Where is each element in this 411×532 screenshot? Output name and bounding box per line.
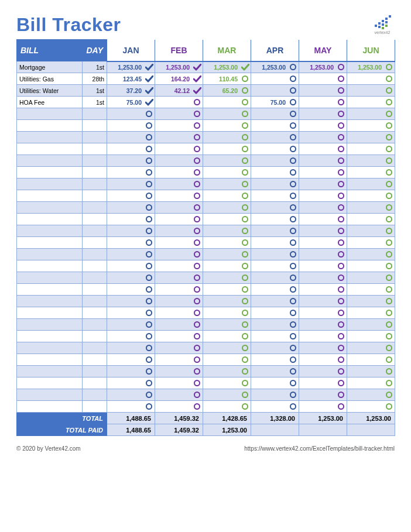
bill-amount[interactable] (299, 214, 347, 225)
paid-check-icon[interactable] (145, 99, 152, 106)
unpaid-circle-icon[interactable] (385, 380, 392, 387)
unpaid-circle-icon[interactable] (241, 333, 248, 340)
bill-amount[interactable] (299, 342, 347, 354)
bill-amount[interactable] (107, 319, 155, 331)
bill-name[interactable] (17, 354, 83, 366)
bill-amount[interactable] (251, 190, 299, 202)
unpaid-circle-icon[interactable] (385, 111, 392, 118)
bill-name[interactable] (17, 366, 83, 377)
unpaid-circle-icon[interactable] (289, 239, 296, 246)
bill-name[interactable] (17, 307, 83, 319)
bill-amount[interactable] (203, 132, 251, 143)
bill-amount[interactable] (107, 190, 155, 202)
bill-day[interactable]: 28th (83, 73, 107, 85)
bill-amount[interactable] (347, 225, 395, 237)
bill-amount[interactable] (203, 179, 251, 190)
paid-check-icon[interactable] (145, 87, 152, 94)
unpaid-circle-icon[interactable] (145, 274, 152, 282)
bill-amount[interactable] (251, 307, 299, 319)
bill-amount[interactable] (347, 120, 395, 132)
bill-name[interactable] (17, 272, 83, 284)
unpaid-circle-icon[interactable] (289, 333, 296, 340)
unpaid-circle-icon[interactable] (289, 251, 296, 258)
bill-amount[interactable] (347, 237, 395, 249)
unpaid-circle-icon[interactable] (145, 134, 152, 141)
bill-amount[interactable] (299, 237, 347, 249)
paid-check-icon[interactable] (241, 64, 248, 71)
bill-amount[interactable] (203, 284, 251, 296)
bill-amount[interactable] (107, 167, 155, 179)
bill-amount[interactable] (203, 342, 251, 354)
bill-name[interactable]: Mortgage (17, 61, 83, 73)
unpaid-circle-icon[interactable] (193, 356, 200, 363)
unpaid-circle-icon[interactable] (193, 368, 200, 375)
unpaid-circle-icon[interactable] (241, 87, 248, 94)
unpaid-circle-icon[interactable] (289, 157, 296, 164)
bill-amount[interactable] (107, 331, 155, 342)
unpaid-circle-icon[interactable] (289, 64, 296, 71)
bill-day[interactable] (83, 249, 107, 260)
unpaid-circle-icon[interactable] (193, 122, 200, 129)
bill-amount[interactable] (203, 214, 251, 225)
unpaid-circle-icon[interactable] (241, 181, 248, 188)
bill-amount[interactable] (107, 179, 155, 190)
bill-amount[interactable] (107, 132, 155, 143)
bill-amount[interactable] (155, 366, 203, 377)
unpaid-circle-icon[interactable] (241, 193, 248, 200)
bill-name[interactable] (17, 167, 83, 179)
unpaid-circle-icon[interactable] (385, 239, 392, 246)
bill-name[interactable] (17, 214, 83, 225)
bill-amount[interactable] (299, 108, 347, 120)
bill-amount[interactable] (251, 143, 299, 155)
bill-amount[interactable] (299, 389, 347, 401)
bill-amount[interactable] (299, 284, 347, 296)
bill-amount[interactable] (155, 97, 203, 108)
bill-amount[interactable] (155, 214, 203, 225)
bill-amount[interactable] (251, 132, 299, 143)
bill-name[interactable] (17, 331, 83, 342)
unpaid-circle-icon[interactable] (337, 345, 344, 352)
unpaid-circle-icon[interactable] (145, 122, 152, 129)
bill-amount[interactable] (347, 319, 395, 331)
unpaid-circle-icon[interactable] (337, 286, 344, 293)
bill-amount[interactable] (203, 97, 251, 108)
bill-amount[interactable] (107, 249, 155, 260)
bill-amount[interactable]: 123.45 (107, 73, 155, 85)
bill-amount[interactable] (347, 108, 395, 120)
bill-amount[interactable]: 1,253.00 (107, 61, 155, 73)
bill-amount[interactable] (203, 331, 251, 342)
unpaid-circle-icon[interactable] (337, 181, 344, 188)
bill-amount[interactable] (347, 377, 395, 389)
unpaid-circle-icon[interactable] (385, 169, 392, 176)
bill-amount[interactable] (347, 342, 395, 354)
bill-amount[interactable] (107, 401, 155, 413)
unpaid-circle-icon[interactable] (193, 274, 200, 282)
bill-amount[interactable] (299, 132, 347, 143)
bill-amount[interactable] (203, 225, 251, 237)
bill-amount[interactable] (251, 202, 299, 214)
bill-amount[interactable] (203, 296, 251, 307)
bill-amount[interactable] (251, 377, 299, 389)
bill-amount[interactable] (299, 225, 347, 237)
unpaid-circle-icon[interactable] (385, 333, 392, 340)
unpaid-circle-icon[interactable] (289, 228, 296, 235)
bill-day[interactable] (83, 366, 107, 377)
unpaid-circle-icon[interactable] (289, 146, 296, 153)
unpaid-circle-icon[interactable] (385, 356, 392, 363)
unpaid-circle-icon[interactable] (193, 99, 200, 106)
bill-amount[interactable] (203, 143, 251, 155)
bill-amount[interactable] (155, 377, 203, 389)
unpaid-circle-icon[interactable] (241, 392, 248, 399)
unpaid-circle-icon[interactable] (385, 228, 392, 235)
bill-amount[interactable] (251, 389, 299, 401)
bill-name[interactable] (17, 249, 83, 260)
bill-name[interactable]: Utilities: Water (17, 85, 83, 97)
bill-amount[interactable] (107, 120, 155, 132)
unpaid-circle-icon[interactable] (145, 157, 152, 164)
bill-amount[interactable] (155, 202, 203, 214)
bill-amount[interactable] (251, 73, 299, 85)
unpaid-circle-icon[interactable] (289, 286, 296, 293)
bill-amount[interactable] (299, 143, 347, 155)
bill-amount[interactable] (107, 225, 155, 237)
bill-amount[interactable] (155, 167, 203, 179)
